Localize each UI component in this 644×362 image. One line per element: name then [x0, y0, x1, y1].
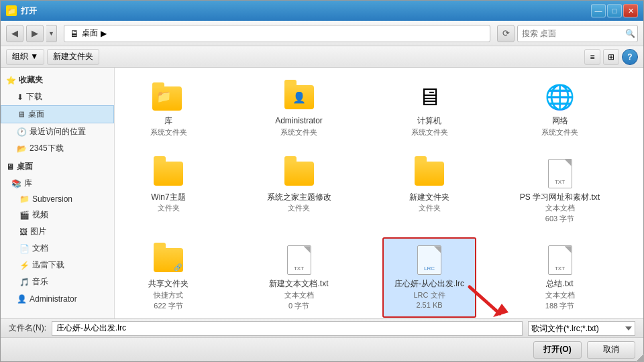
sidebar-item-thunder[interactable]: ⚡ 迅雷下载 — [1, 257, 114, 274]
sidebar-item-docs[interactable]: 📄 文档 — [1, 240, 114, 257]
sidebar-item-recent[interactable]: 🕐 最近访问的位置 — [1, 123, 114, 140]
newfolder-file-name: 新建文件夹 — [409, 192, 449, 203]
lrc-file-icon: LRC — [413, 244, 445, 276]
video-icon: 🎬 — [19, 210, 30, 220]
favorites-section: ⭐ 收藏夹 ⬇ 下载 🖥 桌面 🕐 最近访问的位置 📂 2345下载 — [1, 72, 114, 157]
sidebar-item-library[interactable]: 📚 库 — [1, 175, 114, 192]
summary-txt-file-icon: TXT — [544, 244, 576, 276]
download-label: 下载 — [26, 91, 42, 103]
sidebar: ⭐ 收藏夹 ⬇ 下载 🖥 桌面 🕐 最近访问的位置 📂 2345下载 — [1, 68, 115, 318]
open-button-label: 打开(O) — [543, 344, 571, 355]
sidebar-item-admin[interactable]: 👤 Administrator — [1, 292, 114, 306]
sysmod-file-icon — [283, 158, 315, 190]
library-file-icon: 📁 — [152, 81, 184, 113]
lrc-file-size: 2.51 KB — [416, 301, 442, 309]
desktop-section-label: 桌面 — [17, 161, 33, 172]
back-button[interactable]: ◀ — [6, 25, 23, 42]
file-item-ps-txt[interactable]: TXT PS 学习网址和素材.txt 文本文档 603 字节 — [513, 151, 607, 231]
desktop2-icon: 🖥 — [6, 162, 14, 172]
pictures-label: 图片 — [30, 226, 46, 237]
file-item-library[interactable]: 📁 库 系统文件夹 — [121, 74, 215, 144]
shared-file-type: 快捷方式 — [154, 290, 183, 300]
titlebar-left: 📁 打开 — [6, 5, 37, 17]
file-item-new-txt[interactable]: TXT 新建文本文档.txt 文本文档 0 字节 — [252, 237, 346, 318]
music-label: 音乐 — [32, 276, 48, 288]
search-input[interactable] — [522, 29, 623, 38]
download2-icon: 📂 — [17, 144, 27, 154]
filename-input[interactable] — [52, 321, 523, 336]
sysmod-file-name: 系统之家主题修改 — [267, 192, 331, 203]
minimize-button[interactable]: — — [591, 4, 606, 17]
lrc-file-type: LRC 文件 — [413, 290, 445, 300]
new-folder-button[interactable]: 新建文件夹 — [47, 49, 99, 65]
desktop-section: 🖥 桌面 📚 库 📁 Subversion 🎬 视频 🖼 图片 — [1, 158, 114, 290]
nav-dropdown-button[interactable]: ▼ — [46, 25, 57, 42]
new-txt-file-icon: TXT — [283, 244, 315, 276]
file-item-newfolder[interactable]: 新建文件夹 文件夹 — [382, 151, 476, 231]
new-txt-file-type: 文本文档 — [284, 290, 314, 300]
sidebar-item-desktop[interactable]: 🖥 桌面 — [1, 105, 114, 123]
computer-file-type: 系统文件夹 — [411, 127, 448, 137]
window-title: 打开 — [21, 5, 37, 17]
view-button-1[interactable]: ≡ — [584, 49, 600, 65]
win7theme-file-name: Win7主题 — [151, 192, 185, 203]
close-button[interactable]: ✕ — [623, 4, 638, 17]
sidebar-item-subversion[interactable]: 📁 Subversion — [1, 192, 114, 206]
desktop-icon: 🖥 — [17, 110, 25, 119]
file-item-summary-txt[interactable]: TXT 总结.txt 文本文档 188 字节 — [513, 237, 607, 318]
forward-button[interactable]: ▶ — [26, 25, 44, 42]
docs-icon: 📄 — [19, 244, 30, 253]
lrc-file-name: 庄心妍-从心出发.lrc — [394, 279, 464, 290]
filetype-select[interactable]: 歌词文件(*.lrc;*.txt) — [528, 321, 635, 336]
sidebar-item-2345[interactable]: 📂 2345下载 — [1, 140, 114, 157]
refresh-button[interactable]: ⟳ — [497, 25, 515, 42]
new-txt-file-name: 新建文本文档.txt — [269, 279, 328, 290]
sidebar-item-video[interactable]: 🎬 视频 — [1, 206, 114, 223]
sidebar-item-pictures[interactable]: 🖼 图片 — [1, 223, 114, 240]
file-item-network[interactable]: 🌐 网络 系统文件夹 — [513, 74, 607, 144]
network-file-type: 系统文件夹 — [541, 127, 578, 137]
file-item-computer[interactable]: 🖥 计算机 系统文件夹 — [382, 74, 476, 144]
bottombar: 打开(O) 取消 — [1, 337, 643, 361]
file-item-administrator[interactable]: 👤 Administrator 系统文件夹 — [252, 74, 346, 144]
maximize-button[interactable]: □ — [607, 4, 622, 17]
newfolder-file-icon — [413, 158, 445, 190]
file-item-sysmod[interactable]: 系统之家主题修改 文件夹 — [252, 151, 346, 231]
admin-file-name: Administrator — [275, 116, 323, 127]
breadcrumb-bar[interactable]: 🖥 桌面 ▶ — [64, 25, 490, 42]
statusbar: 文件名(N): 歌词文件(*.lrc;*.txt) — [1, 318, 643, 337]
window-icon: 📁 — [6, 5, 17, 16]
file-item-shared[interactable]: 🔗 共享文件夹 快捷方式 622 字节 — [121, 237, 215, 318]
summary-txt-file-type: 文本文档 — [545, 290, 575, 300]
sidebar-item-music[interactable]: 🎵 音乐 — [1, 274, 114, 290]
sidebar-item-download[interactable]: ⬇ 下载 — [1, 88, 114, 105]
toolbar2-left: 组织 ▼ 新建文件夹 — [6, 49, 99, 65]
file-grid: 📁 库 系统文件夹 👤 — [121, 74, 637, 318]
pictures-icon: 🖼 — [19, 227, 28, 237]
navigation-toolbar: ◀ ▶ ▼ 🖥 桌面 ▶ ⟳ 🔍 — [1, 21, 643, 46]
summary-txt-file-size: 188 字节 — [545, 301, 574, 311]
file-item-lrc[interactable]: LRC 庄心妍-从心出发.lrc LRC 文件 2.51 KB — [382, 237, 476, 318]
ps-txt-file-type: 文本文档 — [545, 203, 575, 213]
resize-handle[interactable] — [636, 354, 644, 362]
file-item-win7theme[interactable]: Win7主题 文件夹 — [121, 151, 215, 231]
library-file-type: 系统文件夹 — [150, 127, 187, 137]
library-file-name: 库 — [164, 116, 172, 127]
help-button[interactable]: ? — [622, 49, 638, 65]
video-label: 视频 — [32, 209, 48, 221]
thunder-label: 迅雷下载 — [32, 259, 64, 271]
search-bar[interactable]: 🔍 — [517, 25, 638, 42]
library-icon: 📚 — [11, 179, 21, 188]
cancel-button[interactable]: 取消 — [587, 341, 635, 359]
organize-button[interactable]: 组织 ▼ — [6, 49, 44, 65]
favorites-header[interactable]: ⭐ 收藏夹 — [1, 72, 114, 88]
music-icon: 🎵 — [19, 278, 30, 287]
download-icon: ⬇ — [17, 93, 23, 102]
subversion-label: Subversion — [32, 194, 72, 204]
computer-file-icon: 🖥 — [413, 81, 445, 113]
open-button[interactable]: 打开(O) — [533, 341, 582, 359]
admin-file-type: 系统文件夹 — [280, 127, 317, 137]
desktop-section-header[interactable]: 🖥 桌面 — [1, 158, 114, 175]
ps-txt-file-icon: TXT — [544, 158, 576, 190]
view-button-2[interactable]: ⊞ — [603, 49, 619, 65]
